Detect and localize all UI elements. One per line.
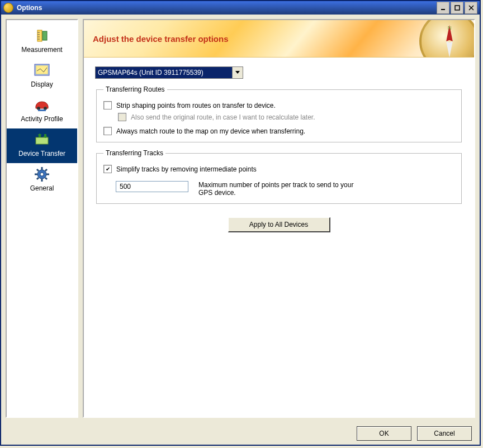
svg-marker-29 [235,71,240,74]
close-button[interactable] [465,2,477,14]
sidebar-item-label: Activity Profile [21,115,63,123]
sidebar-item-measurement[interactable]: Measurement [7,25,77,59]
svg-line-22 [37,169,39,171]
options-window: Options Measurement [0,0,481,446]
svg-rect-15 [36,137,48,144]
apply-all-button[interactable]: Apply to All Devices [228,217,330,232]
sidebar-item-activity-profile[interactable]: Activity Profile [7,94,77,128]
transferring-tracks-group: Transferring Tracks ✔ Simplify tracks by… [96,149,462,204]
also-send-label: Also send the original route, in case I … [131,113,315,121]
ruler-icon [32,28,52,44]
car-icon [32,97,52,113]
dropdown-arrow-icon [232,67,243,78]
transfer-icon [32,132,52,147]
simplify-tracks-label: Simplify tracks by removing intermediate… [116,165,257,173]
tracks-legend: Transferring Tracks [103,149,165,157]
sidebar-item-label: Device Transfer [18,150,65,158]
titlebar: Options [1,1,480,15]
svg-line-24 [45,169,47,171]
dialog-footer: OK Cancel [1,422,480,445]
always-match-checkbox[interactable] [103,127,112,135]
ok-button[interactable]: OK [357,426,411,441]
ok-label: OK [379,430,389,437]
panel-title: Adjust the device transfer options [93,34,229,44]
strip-shaping-checkbox[interactable] [103,101,112,109]
cancel-button[interactable]: Cancel [417,426,472,441]
compass-icon: N [419,20,474,58]
svg-line-2 [469,6,473,10]
svg-rect-11 [36,65,48,74]
apply-all-label: Apply to All Devices [249,221,308,228]
sidebar: Measurement Display Activity Profile Dev… [6,19,78,418]
svg-line-25 [37,178,39,179]
svg-line-23 [45,178,47,179]
app-icon [3,3,13,13]
sidebar-item-label: General [30,184,54,192]
svg-rect-14 [38,109,46,111]
window-controls [437,2,477,14]
display-icon [32,63,52,78]
panel-header: Adjust the device transfer options N [84,20,474,58]
sidebar-item-label: Measurement [21,46,62,54]
gear-icon [32,166,52,182]
svg-rect-9 [42,31,47,40]
also-send-checkbox [118,113,126,121]
maximize-button[interactable] [451,2,463,14]
body-area: Measurement Display Activity Profile Dev… [1,15,480,422]
sidebar-item-display[interactable]: Display [7,59,77,94]
always-match-label: Always match route to the map on my devi… [116,127,305,135]
svg-rect-4 [37,30,42,41]
svg-text:N: N [448,25,452,31]
device-select-label: GPSMAP64s (Unit ID 3911775539) [98,69,203,77]
sidebar-item-device-transfer[interactable]: Device Transfer [7,128,77,163]
main-panel: Adjust the device transfer options N GPS… [83,19,475,418]
strip-shaping-label: Strip shaping points from routes on tran… [116,102,276,109]
svg-rect-1 [455,6,460,10]
svg-point-17 [40,173,44,176]
max-points-input[interactable] [116,181,188,192]
svg-line-3 [469,6,473,10]
svg-marker-27 [446,41,453,58]
minimize-button[interactable] [437,2,449,14]
sidebar-item-general[interactable]: General [7,163,77,198]
device-select[interactable]: GPSMAP64s (Unit ID 3911775539) [95,66,243,79]
transferring-routes-group: Transferring Routes Strip shaping points… [96,85,462,142]
sidebar-item-label: Display [31,80,53,88]
max-points-label: Maximum number of points per track to se… [198,181,355,197]
content-area: GPSMAP64s (Unit ID 3911775539) Transferr… [84,58,474,241]
window-title: Options [17,4,437,12]
cancel-label: Cancel [434,430,454,437]
simplify-tracks-checkbox[interactable]: ✔ [103,165,112,173]
routes-legend: Transferring Routes [103,85,167,93]
